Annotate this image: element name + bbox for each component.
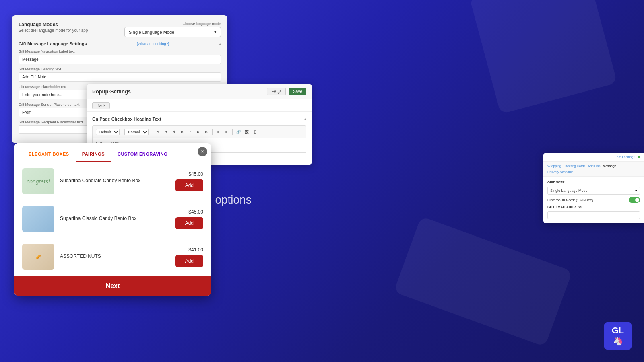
product-img-2 — [22, 206, 54, 232]
toolbar-divider: | — [121, 128, 123, 136]
style-select[interactable]: Default — [96, 129, 120, 135]
what-editing-link[interactable]: [What am I editing?] — [137, 42, 169, 46]
toolbar-divider3: | — [211, 128, 213, 136]
section-collapse-icon[interactable]: ▴ — [304, 117, 306, 121]
lang-section-title: Gift Message Language Settings [What am … — [19, 41, 221, 46]
gift-note-label: GIFT NOTE — [547, 181, 640, 184]
gl-unicorn-icon: 🦄 — [613, 336, 623, 346]
tab-elegant-boxes[interactable]: ELEGANT BOXES — [22, 147, 76, 162]
editor-toolbar: Default | Normal | A A ✕ B I U G | ≡ ≡ | — [92, 125, 306, 138]
sub-tab-wrapping[interactable]: Wrapping — [547, 164, 561, 168]
toggle-row: HIDE YOUR NOTE (1 MINUTE) — [547, 197, 640, 203]
input-arrow-icon: ▾ — [635, 189, 637, 193]
toggle-label: HIDE YOUR NOTE (1 MINUTE) — [547, 198, 593, 202]
list2-button[interactable]: ≡ — [223, 128, 230, 136]
product-list: congrats! Sugarfina Congrats Candy Bento… — [14, 162, 211, 276]
language-panel-subtitle: Select the language mode for your app — [19, 28, 88, 33]
extra-button[interactable]: ⌶ — [251, 128, 258, 136]
toolbar-divider4: | — [231, 128, 233, 136]
toolbar-divider2: | — [150, 128, 152, 136]
product-price-add-1: $45.00 Add — [171, 171, 203, 191]
product-img-1: congrats! — [22, 168, 54, 194]
product-price-add-2: $45.00 Add — [171, 209, 203, 229]
gift-note-input[interactable]: Single Language Mode ▾ — [547, 187, 640, 195]
product-item-3: 🥜 ASSORTED NUTS $41.00 Add — [14, 238, 211, 276]
link-button[interactable]: G — [202, 128, 210, 136]
language-panel-title: Language Modes — [19, 22, 88, 27]
product-image-congrats: congrats! — [22, 168, 54, 194]
bg-decoration-2 — [394, 216, 572, 347]
back-button[interactable]: Back — [92, 102, 110, 109]
field-heading: Gift Message Heading text Add Gift Note — [19, 67, 221, 82]
product-name-1: Sugarfina Congrats Candy Bento Box — [60, 178, 165, 183]
product-price-2: $45.00 — [183, 209, 203, 215]
gl-text: GL — [612, 326, 624, 335]
sub-tab-delivery[interactable]: Delivery Schedule — [547, 170, 573, 174]
email-input[interactable] — [547, 211, 640, 219]
popup-header-buttons: FAQs Save — [267, 88, 306, 95]
email-label: GIFT EMAIL ADDRESS — [547, 205, 640, 209]
next-button[interactable]: Next — [14, 276, 211, 296]
product-tabs: ELEGANT BOXES PAIRINGS CUSTOM ENGRAVING — [14, 147, 211, 162]
product-name-2: Sugarfina Classic Candy Bento Box — [60, 216, 165, 221]
section-collapse-icon[interactable]: ▴ — [219, 42, 221, 46]
toolbar-format-group: A A ✕ B I U G | ≡ ≡ | 🔗 🖼 ⌶ — [154, 128, 258, 136]
size-select[interactable]: Normal — [124, 129, 149, 135]
product-item-2: Sugarfina Classic Candy Bento Box $45.00… — [14, 200, 211, 238]
product-price-1: $45.00 — [183, 171, 203, 177]
sub-tab-message[interactable]: Message — [603, 164, 616, 168]
save-button[interactable]: Save — [289, 88, 306, 95]
dropdown-arrow-icon: ▾ — [214, 29, 217, 35]
product-price-3: $41.00 — [183, 247, 203, 253]
sub-tab-addons[interactable]: Add Ons — [588, 164, 600, 168]
image-button[interactable]: 🖼 — [243, 128, 250, 136]
product-popup: × ELEGANT BOXES PAIRINGS CUSTOM ENGRAVIN… — [14, 143, 211, 296]
product-info-3: ASSORTED NUTS — [60, 253, 165, 261]
popup-back-area: Back — [87, 99, 312, 112]
add-button-3[interactable]: Add — [175, 255, 203, 267]
tab-custom-engraving[interactable]: CUSTOM ENGRAVING — [111, 147, 174, 162]
lang-dropdown-value: Single Language Mode — [129, 30, 174, 35]
popup-section-title: On Page Checkbox Heading Text ▴ — [92, 117, 306, 121]
product-info-1: Sugarfina Congrats Candy Bento Box — [60, 178, 165, 185]
sub-panel-dot — [638, 156, 640, 158]
bg-decoration-1 — [469, 0, 617, 114]
sub-panel-what-editing: am I editing? — [543, 153, 644, 162]
product-img-3: 🥜 — [22, 244, 54, 270]
gl-logo: GL 🦄 — [604, 322, 632, 350]
list-button[interactable]: ≡ — [215, 128, 222, 136]
toolbar-style-group: Default | Normal | — [96, 128, 153, 136]
product-image-classic — [22, 206, 54, 232]
italic-button[interactable]: A — [162, 128, 169, 136]
strikethrough-button[interactable]: ✕ — [170, 128, 178, 136]
format-b-button[interactable]: B — [178, 128, 186, 136]
add-button-1[interactable]: Add — [175, 179, 203, 191]
sub-panel-tabs: Wrapping Greeting Cards Add Ons Message … — [543, 162, 644, 177]
toggle-switch[interactable] — [629, 197, 640, 203]
popup-title: Popup-Settings — [92, 88, 131, 95]
product-name-3: ASSORTED NUTS — [60, 253, 165, 259]
add-button-2[interactable]: Add — [175, 217, 203, 229]
format-i-button[interactable]: I — [186, 128, 194, 136]
link2-button[interactable]: 🔗 — [235, 128, 242, 136]
product-item-1: congrats! Sugarfina Congrats Candy Bento… — [14, 162, 211, 200]
right-sub-panel: am I editing? Wrapping Greeting Cards Ad… — [543, 153, 644, 223]
close-button[interactable]: × — [198, 147, 207, 156]
language-dropdown[interactable]: Single Language Mode ▾ — [124, 27, 221, 37]
faqs-button[interactable]: FAQs — [267, 88, 286, 95]
product-price-add-3: $41.00 Add — [171, 247, 203, 267]
popup-header: Popup-Settings FAQs Save — [87, 84, 312, 99]
tab-pairings[interactable]: PAIRINGS — [76, 147, 111, 162]
product-info-2: Sugarfina Classic Candy Bento Box — [60, 216, 165, 223]
product-image-nuts: 🥜 — [22, 244, 54, 270]
field-nav-label: Gift Message Navigation Label text Messa… — [19, 49, 221, 64]
sub-tab-greeting[interactable]: Greeting Cards — [564, 164, 585, 168]
lang-select-label: Choose language mode — [124, 22, 221, 26]
sub-panel-body: GIFT NOTE Single Language Mode ▾ HIDE YO… — [543, 177, 644, 223]
bold-button[interactable]: A — [154, 128, 161, 136]
underline-button[interactable]: U — [194, 128, 202, 136]
